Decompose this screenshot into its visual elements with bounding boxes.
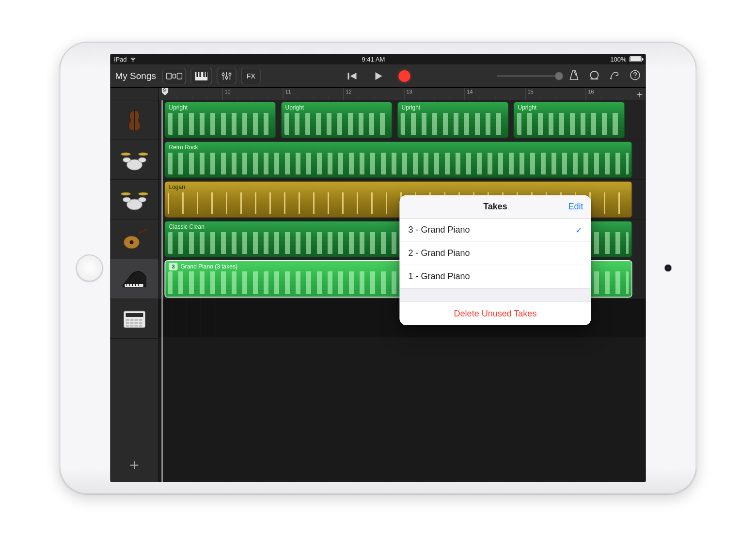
take-row[interactable]: 2 - Grand Piano xyxy=(400,242,591,265)
screen: iPad 9:41 AM 100% My Songs xyxy=(110,54,646,482)
take-label: 2 - Grand Piano xyxy=(409,248,470,258)
rewind-button[interactable] xyxy=(343,67,361,85)
playhead-marker[interactable]: 9 xyxy=(162,88,169,95)
svg-point-30 xyxy=(121,192,130,195)
svg-rect-43 xyxy=(126,319,129,321)
take-row[interactable]: 1 - Grand Piano xyxy=(400,265,591,288)
popover-edit-button[interactable]: Edit xyxy=(568,202,583,212)
region-name: Logan xyxy=(169,184,185,190)
ruler-bar: 15 xyxy=(525,88,534,100)
svg-rect-44 xyxy=(130,319,133,321)
region-name: Classic Clean xyxy=(169,223,205,230)
ipad-frame: iPad 9:41 AM 100% My Songs xyxy=(60,42,697,494)
status-bar: iPad 9:41 AM 100% xyxy=(110,54,646,64)
svg-point-11 xyxy=(226,76,228,79)
svg-rect-35 xyxy=(125,284,143,287)
fx-button[interactable]: FX xyxy=(241,68,261,84)
timeline[interactable]: 9 ＋ 10111213141516 UprightUprightUpright… xyxy=(159,88,646,482)
svg-point-29 xyxy=(138,197,146,202)
svg-point-16 xyxy=(591,71,598,79)
track-header-guitar[interactable] xyxy=(110,220,158,259)
svg-point-20 xyxy=(635,77,636,78)
ruler-bar: 13 xyxy=(404,88,412,100)
svg-point-13 xyxy=(229,73,232,75)
region[interactable]: Upright xyxy=(397,102,509,138)
settings-icon[interactable] xyxy=(609,69,621,83)
svg-rect-5 xyxy=(200,72,201,77)
view-toggle-button[interactable] xyxy=(163,68,186,84)
take-label: 3 - Grand Piano xyxy=(409,225,470,235)
home-button[interactable] xyxy=(76,254,103,282)
svg-point-33 xyxy=(129,240,133,244)
guitar-icon xyxy=(118,226,151,252)
back-title[interactable]: My Songs xyxy=(115,71,158,81)
popover-header: Takes Edit xyxy=(400,195,591,219)
svg-rect-1 xyxy=(173,74,176,78)
svg-rect-45 xyxy=(134,319,138,321)
svg-rect-51 xyxy=(126,325,129,327)
svg-rect-0 xyxy=(167,73,172,79)
front-camera xyxy=(665,265,672,271)
svg-rect-14 xyxy=(347,73,349,79)
svg-rect-34 xyxy=(137,228,148,234)
loop-icon[interactable] xyxy=(589,69,600,83)
svg-point-24 xyxy=(138,158,146,162)
playhead-line xyxy=(162,100,163,482)
svg-point-26 xyxy=(138,153,148,156)
takes-popover: Takes Edit 3 - Grand Piano✓2 - Grand Pia… xyxy=(400,195,591,325)
svg-rect-53 xyxy=(134,325,138,327)
track-header-drummachine[interactable] xyxy=(110,299,158,339)
record-button[interactable] xyxy=(395,67,413,85)
metronome-icon[interactable] xyxy=(568,69,580,83)
battery-icon xyxy=(629,56,642,62)
help-icon[interactable] xyxy=(630,69,641,83)
drumkit-icon xyxy=(118,187,151,213)
svg-rect-6 xyxy=(204,72,205,77)
ruler-bar: 14 xyxy=(465,88,473,100)
ruler[interactable]: 9 ＋ 10111213141516 xyxy=(159,88,646,100)
svg-point-23 xyxy=(123,158,130,162)
record-icon xyxy=(398,70,410,82)
svg-rect-2 xyxy=(177,73,182,79)
region-name: Grand Piano (3 takes) xyxy=(181,263,237,270)
add-section-button[interactable]: ＋ xyxy=(634,89,645,99)
take-badge: 3 xyxy=(169,263,178,270)
svg-rect-54 xyxy=(139,325,142,327)
fx-label: FX xyxy=(247,72,255,80)
track-header-drumkit[interactable] xyxy=(110,140,158,180)
region-name: Upright xyxy=(169,104,188,111)
svg-rect-48 xyxy=(130,322,133,324)
instrument-keyboard-button[interactable] xyxy=(191,68,212,84)
take-label: 1 - Grand Piano xyxy=(409,271,470,282)
piano-icon xyxy=(118,266,151,292)
ruler-bar: 16 xyxy=(586,88,594,100)
region-name: Upright xyxy=(285,104,304,111)
track-header-piano[interactable] xyxy=(110,259,158,299)
region-name: Retro Rock xyxy=(169,144,198,151)
region-name: Upright xyxy=(518,104,537,111)
svg-rect-49 xyxy=(134,322,138,324)
region-name: Upright xyxy=(402,104,421,111)
region[interactable]: Upright xyxy=(514,102,625,138)
svg-point-28 xyxy=(123,197,130,202)
track-controls-button[interactable] xyxy=(217,68,236,84)
checkmark-icon: ✓ xyxy=(575,225,583,236)
region[interactable]: Retro Rock xyxy=(165,142,632,178)
svg-point-25 xyxy=(121,153,130,156)
track-lane[interactable]: UprightUprightUprightUpright xyxy=(159,100,646,140)
track-lane[interactable]: Retro Rock xyxy=(159,140,646,180)
track-header-drumkit[interactable] xyxy=(110,180,158,220)
take-row[interactable]: 3 - Grand Piano✓ xyxy=(400,219,591,242)
play-button[interactable] xyxy=(369,67,387,85)
region[interactable]: Upright xyxy=(165,102,276,138)
svg-rect-4 xyxy=(197,72,198,77)
track-headers: ＋ xyxy=(110,88,159,482)
svg-point-18 xyxy=(610,78,612,79)
master-volume[interactable] xyxy=(497,75,560,77)
track-header-cello[interactable] xyxy=(110,100,158,140)
svg-rect-52 xyxy=(130,325,133,327)
region[interactable]: Upright xyxy=(281,102,393,138)
ruler-bar: 10 xyxy=(222,88,231,100)
add-track-button[interactable]: ＋ xyxy=(110,447,158,482)
drumkit-icon xyxy=(118,147,151,173)
